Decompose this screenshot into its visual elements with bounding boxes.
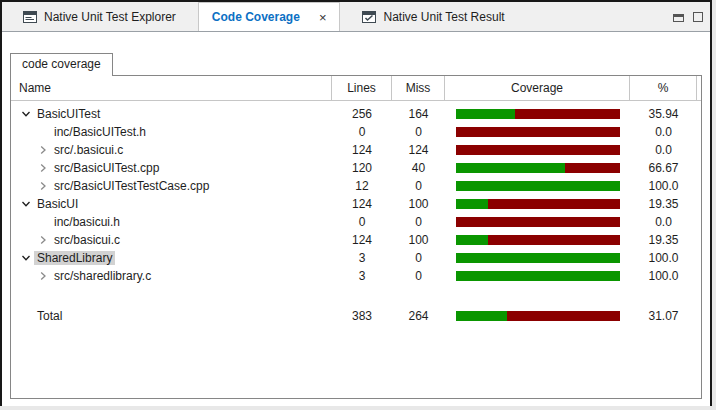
expander-icon[interactable] [34,234,51,246]
coverage-bar [456,109,620,119]
maximize-icon[interactable] [693,12,703,22]
column-header-name[interactable]: Name [11,76,332,100]
row-name: SharedLibrary [34,251,115,265]
row-name: src/BasicUITestTestCase.cpp [51,179,212,193]
row-percent: 100.0 [630,179,697,193]
row-miss: 0 [392,251,445,265]
expander-icon[interactable] [34,216,51,228]
chevron-right-icon [38,181,48,191]
coverage-bar [456,181,620,191]
row-miss: 40 [392,161,445,175]
row-lines: 124 [332,143,392,157]
row-name: inc/basicui.h [51,215,123,229]
tab-native-unit-test-explorer[interactable]: Native Unit Test Explorer [10,2,189,31]
coverage-bar [456,217,620,227]
column-header-percent[interactable]: % [630,76,697,100]
coverage-bar [456,253,620,263]
window-controls [673,2,710,31]
row-percent: 100.0 [630,251,697,265]
chevron-right-icon [38,163,48,173]
table-row[interactable]: src/sharedlibrary.c 3 0 100.0 [11,267,701,285]
row-miss: 0 [392,125,445,139]
expander-icon[interactable] [34,126,51,138]
table-row[interactable]: BasicUI 124 100 19.35 [11,195,701,213]
coverage-fill [456,235,488,245]
close-icon[interactable]: × [319,11,327,24]
table-row[interactable]: src/BasicUITestTestCase.cpp 12 0 100.0 [11,177,701,195]
row-miss: 164 [392,107,445,121]
chevron-right-icon [38,271,48,281]
row-percent: 66.67 [630,161,697,175]
row-lines: 3 [332,251,392,265]
row-lines: 124 [332,197,392,211]
coverage-bar [456,271,620,281]
row-lines: 124 [332,233,392,247]
expander-icon[interactable] [34,270,51,282]
row-lines: 0 [332,215,392,229]
row-miss: 0 [392,215,445,229]
row-lines: 120 [332,161,392,175]
table-row[interactable]: src/.basicui.c 124 124 0.0 [11,141,701,159]
coverage-fill [456,271,620,281]
row-name: src/basicui.c [51,233,123,247]
tab-label: Native Unit Test Explorer [44,10,176,24]
expander-spacer [17,310,34,322]
row-lines: 256 [332,107,392,121]
coverage-fill [456,181,620,191]
test-result-icon [362,10,376,24]
total-coverage-fill [456,311,507,321]
table-header: Name Lines Miss Coverage % [11,76,701,101]
expander-icon[interactable] [17,198,34,210]
tool-window-content: code coverage Name Lines Miss Coverage % [2,32,710,406]
total-label: Total [34,309,65,323]
expander-icon[interactable] [34,144,51,156]
column-header-lines[interactable]: Lines [332,76,392,100]
total-miss: 264 [392,309,445,323]
expander-icon[interactable] [34,180,51,192]
coverage-panel: Name Lines Miss Coverage % BasicUITest 2… [10,75,702,399]
table-row[interactable]: BasicUITest 256 164 35.94 [11,105,701,123]
row-lines: 12 [332,179,392,193]
column-header-coverage[interactable]: Coverage [445,76,630,100]
tab-code-coverage[interactable]: Code Coverage × [198,2,341,31]
tab-code-coverage-page[interactable]: code coverage [10,53,113,76]
chevron-down-icon [21,253,31,263]
row-name: inc/BasicUITest.h [51,125,149,139]
coverage-fill [456,109,515,119]
column-header-miss[interactable]: Miss [392,76,445,100]
tab-native-unit-test-result[interactable]: Native Unit Test Result [349,2,517,31]
row-miss: 0 [392,269,445,283]
coverage-fill [456,163,565,173]
total-row: Total 383 264 31.07 [11,307,701,325]
row-name: BasicUITest [34,107,103,121]
row-name: BasicUI [34,197,81,211]
coverage-bar [456,163,620,173]
expander-icon[interactable] [17,108,34,120]
table-row[interactable]: SharedLibrary 3 0 100.0 [11,249,701,267]
row-percent: 19.35 [630,197,697,211]
row-percent: 0.0 [630,125,697,139]
table-row[interactable]: src/BasicUITest.cpp 120 40 66.67 [11,159,701,177]
chevron-down-icon [21,199,31,209]
chevron-right-icon [38,235,48,245]
total-percent: 31.07 [630,309,697,323]
coverage-bar [456,235,620,245]
coverage-bar [456,127,620,137]
row-percent: 35.94 [630,107,697,121]
coverage-bar [456,199,620,209]
coverage-fill [456,253,620,263]
expander-icon[interactable] [34,162,51,174]
chevron-right-icon [38,145,48,155]
expander-icon[interactable] [17,252,34,264]
table-body: BasicUITest 256 164 35.94 inc/BasicUITes… [11,101,701,285]
table-row[interactable]: inc/basicui.h 0 0 0.0 [11,213,701,231]
table-row[interactable]: inc/BasicUITest.h 0 0 0.0 [11,123,701,141]
tab-label: Code Coverage [212,10,300,24]
row-percent: 100.0 [630,269,697,283]
coverage-fill [456,199,488,209]
table-row[interactable]: src/basicui.c 124 100 19.35 [11,231,701,249]
float-window-icon[interactable] [673,11,684,22]
total-coverage-bar [456,311,620,321]
document-tab-bar: Native Unit Test Explorer Code Coverage … [2,2,710,32]
row-lines: 3 [332,269,392,283]
